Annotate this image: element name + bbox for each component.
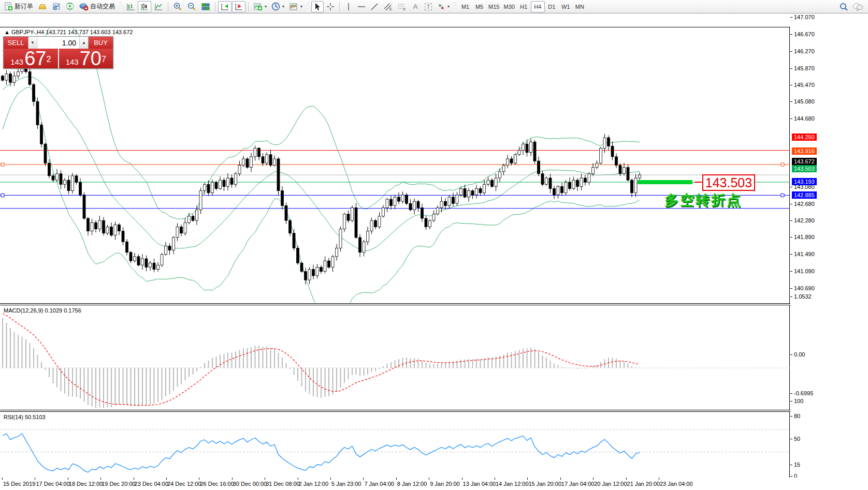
timeframe-m1[interactable]: M1 <box>458 1 472 12</box>
chat-icon <box>852 2 864 11</box>
timeframe-h1[interactable]: H1 <box>517 1 531 12</box>
buy-price[interactable]: 143707 <box>59 49 113 68</box>
buy-price-sup: 7 <box>102 52 106 67</box>
candle-body <box>126 242 128 253</box>
buy-button[interactable]: BUY <box>89 37 113 49</box>
timeframe-h4[interactable]: H4 <box>531 1 545 12</box>
line-handle[interactable] <box>781 163 784 166</box>
candle-body <box>448 197 451 205</box>
zoom-out-button[interactable] <box>185 1 198 12</box>
candle-body <box>394 197 396 205</box>
candle-body <box>615 157 618 165</box>
line-chart-button[interactable] <box>152 1 165 12</box>
price-tick-label: 145.470 <box>794 82 815 88</box>
trendline-button[interactable] <box>368 1 381 12</box>
candle-body <box>588 174 590 182</box>
price-chip-143.672: 143.672 <box>792 158 817 165</box>
sell-button[interactable]: SELL <box>4 37 28 49</box>
price-pane[interactable] <box>0 27 790 304</box>
auto-scroll-button[interactable] <box>218 1 232 12</box>
axis-tick <box>790 401 792 402</box>
timeframe-w1[interactable]: W1 <box>559 1 573 12</box>
candle-body <box>308 270 311 280</box>
text-button[interactable]: A <box>409 1 422 12</box>
price-chip-144.250: 144.250 <box>792 133 817 141</box>
price-tick-label: 142.680 <box>794 201 815 207</box>
candle-body <box>9 74 12 82</box>
timeframe-m30[interactable]: M30 <box>501 1 516 12</box>
new-order-button[interactable]: 新订单 <box>2 1 35 12</box>
volume-increase-button[interactable]: ▲ <box>80 37 88 49</box>
zoom-in-button[interactable] <box>171 1 184 12</box>
search-button[interactable] <box>837 1 850 12</box>
candle-body <box>432 214 435 220</box>
candle-body <box>355 208 357 238</box>
macd-pane[interactable] <box>0 305 790 410</box>
market-watch-button[interactable] <box>36 1 49 12</box>
chat-button[interactable] <box>850 1 866 12</box>
profile-button[interactable] <box>50 1 63 12</box>
timeframe-d1[interactable]: D1 <box>545 1 559 12</box>
arrows-button[interactable]: ▾ <box>435 1 452 12</box>
tile-windows-button[interactable] <box>199 1 212 12</box>
callout-connector-dash <box>695 182 702 183</box>
line-handle[interactable] <box>1 163 4 166</box>
line-handle[interactable] <box>1 194 4 197</box>
horizontal-line-button[interactable] <box>355 1 368 12</box>
turning-point-note[interactable]: 多空转折点 <box>664 191 742 210</box>
candle-body <box>600 149 602 164</box>
time-label: 2 Jan 12:00 <box>299 481 329 487</box>
candle-body <box>370 220 373 231</box>
candle-body <box>250 157 253 168</box>
periods-button[interactable]: ▾ <box>269 1 286 12</box>
axis-tick <box>790 288 792 289</box>
time-tick <box>527 478 528 480</box>
timeframe-m5[interactable]: M5 <box>472 1 486 12</box>
candle-body <box>44 144 47 163</box>
indicators-button[interactable]: ▾ <box>251 1 269 12</box>
candle-body <box>541 174 544 185</box>
candle-body <box>168 246 171 250</box>
volume-input[interactable]: 1.00 <box>37 37 80 49</box>
templates-button[interactable]: ▾ <box>287 1 305 12</box>
chart-area[interactable]: ▲ GBPJPY-,H4 143.721 143.737 143.603 143… <box>0 13 868 478</box>
sell-price[interactable]: 143672 <box>4 49 58 68</box>
text-label-button[interactable]: T <box>422 1 435 12</box>
candle-body <box>129 253 132 261</box>
line-handle[interactable] <box>781 194 784 197</box>
candle-body <box>425 218 427 227</box>
time-tick <box>560 478 561 480</box>
timeframe-m15[interactable]: M15 <box>486 1 501 12</box>
auto-trading-button[interactable]: 自动交易 <box>77 1 117 12</box>
bar-chart-button[interactable] <box>124 1 137 12</box>
price-callout-box[interactable]: 143.503 <box>702 174 755 191</box>
timeframe-mn[interactable]: MN <box>573 1 587 12</box>
axis-tick <box>790 68 792 69</box>
fibonacci-button[interactable]: F <box>395 1 409 12</box>
timeframe-group: M1M5M15M30H1H4D1W1MN <box>458 1 587 12</box>
equidistant-channel-button[interactable]: E <box>381 1 395 12</box>
price-axis[interactable]: 147.070146.670146.270145.870145.470145.0… <box>790 13 868 477</box>
candle-body <box>487 180 489 184</box>
support-highlight-bar[interactable] <box>638 180 692 184</box>
candle-body <box>67 180 70 191</box>
price-chip-143.193: 143.193 <box>792 178 817 185</box>
cursor-button[interactable] <box>311 1 324 12</box>
fibo-letter: F <box>403 7 406 11</box>
toolbar-grip <box>307 2 309 11</box>
crosshair-button[interactable] <box>324 1 337 12</box>
macd-tick-label: -0.6995 <box>794 390 813 396</box>
signal-button[interactable] <box>64 1 77 12</box>
candle-body <box>161 255 163 265</box>
candle-body <box>456 195 458 203</box>
volume-control: ▼ 1.00 ▲ <box>28 37 89 49</box>
volume-decrease-button[interactable]: ▼ <box>28 37 37 49</box>
axis-tick <box>790 51 792 52</box>
time-tick <box>35 478 35 480</box>
candle-body <box>507 159 509 165</box>
vertical-line-button[interactable] <box>342 1 355 12</box>
time-axis[interactable]: 15 Dec 201917 Dec 04:0018 Dec 12:0019 De… <box>0 478 868 490</box>
candlestick-chart-button[interactable] <box>138 1 151 12</box>
axis-tick <box>790 220 792 221</box>
chart-shift-button[interactable] <box>232 1 245 12</box>
